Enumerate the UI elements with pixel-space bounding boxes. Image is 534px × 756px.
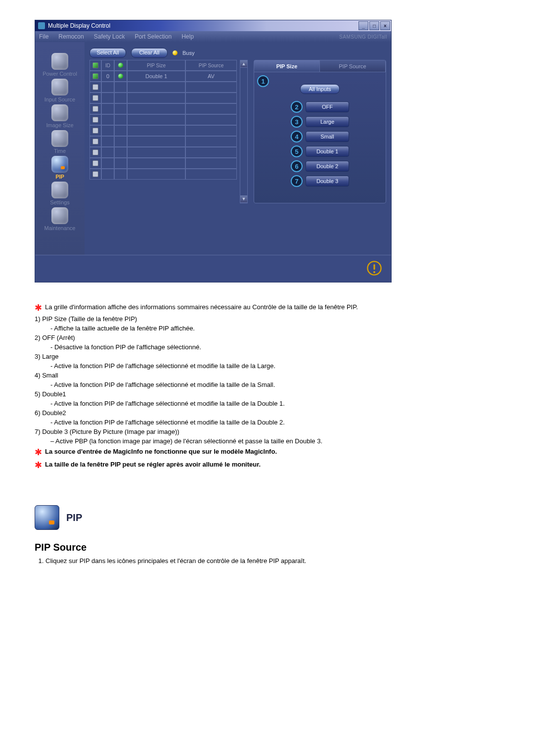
clear-all-button[interactable]: Clear All xyxy=(131,48,168,58)
window-title: Multiple Display Control xyxy=(48,22,110,29)
checkbox-icon[interactable] xyxy=(92,73,98,79)
time-icon xyxy=(51,130,68,147)
sidebar-item-label: Power Control xyxy=(35,71,85,77)
svg-rect-1 xyxy=(373,264,375,270)
pip-double3-button[interactable]: Double 3 xyxy=(306,176,349,187)
item-head: 2) OFF (Arrêt) xyxy=(35,334,445,341)
table-row[interactable] xyxy=(89,147,237,158)
close-button[interactable]: × xyxy=(380,21,390,30)
sidebar-item-maintenance[interactable]: Maintenance xyxy=(35,207,85,231)
table-row[interactable] xyxy=(89,114,237,125)
table-row[interactable] xyxy=(89,125,237,136)
item-desc: - Active la fonction PIP de l'affichage … xyxy=(50,362,445,370)
grid-header-select[interactable] xyxy=(89,60,101,71)
grid-header-pip-source: PIP Source xyxy=(185,60,237,71)
item-desc: - Affiche la taille actuelle de la fenêt… xyxy=(50,325,445,332)
pip-large-button[interactable]: Large xyxy=(306,116,349,127)
menu-help[interactable]: Help xyxy=(177,33,199,40)
note-magicinfo: La source d'entrée de MagicInfo ne fonct… xyxy=(45,448,277,455)
item-head: 3) Large xyxy=(35,353,445,360)
checkbox-icon[interactable] xyxy=(92,149,98,155)
pip-source-step1: Cliquez sur PIP dans les icônes principa… xyxy=(45,557,445,565)
table-row[interactable] xyxy=(89,136,237,147)
callout-6-badge: 6 xyxy=(291,160,303,172)
checkbox-icon[interactable] xyxy=(92,128,98,134)
item-head: 7) Double 3 (Picture By Picture (Image p… xyxy=(35,428,445,435)
item-head: 6) Double2 xyxy=(35,409,445,417)
callout-4-badge: 4 xyxy=(291,131,303,142)
pip-double2-button[interactable]: Double 2 xyxy=(306,161,349,172)
sidebar-item-pip[interactable]: PIP xyxy=(35,156,85,180)
menu-remocon[interactable]: Remocon xyxy=(53,33,89,40)
callout-2-badge: 2 xyxy=(291,101,303,113)
pip-icon xyxy=(51,156,68,173)
sidebar-item-time[interactable]: Time xyxy=(35,130,85,154)
status-icon xyxy=(118,74,123,79)
item-desc: - Active la fonction PIP de l'affichage … xyxy=(50,381,445,388)
sidebar-item-settings[interactable]: Settings xyxy=(35,182,85,205)
callout-5-badge: 5 xyxy=(291,145,303,157)
scroll-down-icon[interactable]: ▼ xyxy=(240,195,247,203)
settings-icon xyxy=(51,182,68,198)
intro-text: La grille d'information affiche des info… xyxy=(45,303,358,311)
input-source-icon xyxy=(51,79,68,95)
tab-pip-source[interactable]: PIP Source xyxy=(320,60,386,72)
sidebar-item-label: Settings xyxy=(35,199,85,205)
checkbox-icon[interactable] xyxy=(92,171,98,177)
star-icon: ✱ xyxy=(35,303,42,313)
maximize-button[interactable]: □ xyxy=(369,21,379,30)
select-all-button[interactable]: Select All xyxy=(89,48,126,58)
vertical-scrollbar[interactable]: ▲ ▼ xyxy=(240,60,248,203)
sidebar-item-image-size[interactable]: Image Size xyxy=(35,104,85,128)
item-head: 1) PIP Size (Taille de la fenêtre PIP) xyxy=(35,315,445,323)
menu-port-selection[interactable]: Port Selection xyxy=(130,33,177,40)
titlebar: Multiple Display Control _ □ × xyxy=(35,20,391,31)
sidebar: Power Control Input Source Image Size Ti… xyxy=(35,42,85,255)
pip-section-icon xyxy=(35,505,59,530)
scroll-up-icon[interactable]: ▲ xyxy=(240,60,247,68)
pip-double1-button[interactable]: Double 1 xyxy=(306,146,349,157)
menubar: File Remocon Safety Lock Port Selection … xyxy=(35,31,391,42)
cell-pip-size: Double 1 xyxy=(127,71,185,82)
sidebar-item-label: PIP xyxy=(35,174,85,180)
document-body: ✱La grille d'information affiche des inf… xyxy=(35,302,445,565)
checkbox-icon[interactable] xyxy=(92,160,98,166)
table-row[interactable] xyxy=(89,82,237,93)
cell-pip-source: AV xyxy=(185,71,237,82)
all-inputs-button[interactable]: All Inputs xyxy=(300,84,340,94)
star-icon: ✱ xyxy=(35,460,42,470)
pip-source-heading: PIP Source xyxy=(35,542,445,553)
checkbox-icon[interactable] xyxy=(92,95,98,101)
item-desc: – Active PBP (la fonction image par imag… xyxy=(50,437,445,445)
cell-id: 0 xyxy=(101,71,114,82)
status-icon xyxy=(118,63,123,68)
pip-section-title: PIP xyxy=(66,512,82,523)
sidebar-item-label: Maintenance xyxy=(35,225,85,231)
power-icon xyxy=(51,53,68,70)
scroll-track[interactable] xyxy=(240,68,247,195)
pip-small-button[interactable]: Small xyxy=(306,131,349,142)
menu-safety-lock[interactable]: Safety Lock xyxy=(89,33,130,40)
tab-pip-size[interactable]: PIP Size xyxy=(254,60,320,72)
item-desc: - Active la fonction PIP de l'affichage … xyxy=(50,400,445,407)
maintenance-icon xyxy=(51,207,68,224)
table-row[interactable]: 0 Double 1 AV xyxy=(89,71,237,82)
table-row[interactable] xyxy=(89,93,237,103)
sidebar-item-label: Input Source xyxy=(35,96,85,102)
pip-off-button[interactable]: OFF xyxy=(306,101,349,112)
busy-indicator-icon xyxy=(173,50,178,55)
checkbox-icon[interactable] xyxy=(92,117,98,123)
checkbox-icon[interactable] xyxy=(92,84,98,90)
table-row[interactable] xyxy=(89,169,237,180)
sidebar-item-power-control[interactable]: Power Control xyxy=(35,53,85,77)
checkbox-icon[interactable] xyxy=(92,139,98,144)
sidebar-item-input-source[interactable]: Input Source xyxy=(35,79,85,102)
callout-1-badge: 1 xyxy=(257,75,269,87)
brand-text: SAMSUNG DIGITall xyxy=(339,34,387,40)
minimize-button[interactable]: _ xyxy=(358,21,368,30)
checkbox-icon[interactable] xyxy=(92,106,98,112)
status-bar xyxy=(35,255,391,282)
menu-file[interactable]: File xyxy=(39,33,53,40)
table-row[interactable] xyxy=(89,103,237,114)
table-row[interactable] xyxy=(89,158,237,169)
